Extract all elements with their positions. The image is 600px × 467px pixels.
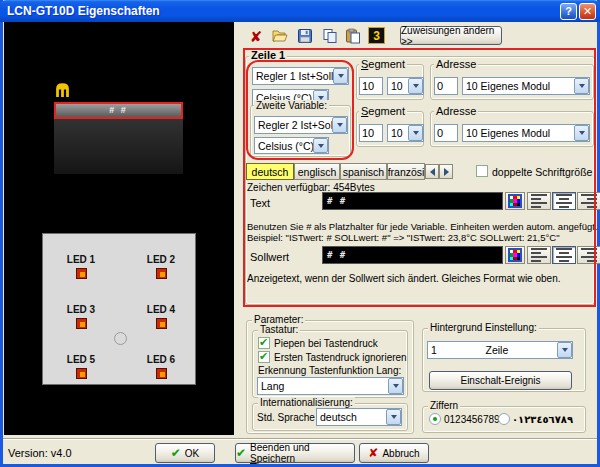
- led-2: LED 2: [131, 254, 191, 283]
- open-folder-icon[interactable]: [271, 27, 289, 45]
- chevron-down-icon[interactable]: [408, 125, 423, 141]
- segment1-select[interactable]: 10: [387, 77, 424, 95]
- sollwert-align-left-button[interactable]: [527, 246, 551, 264]
- window-title: LCN-GT10D Eigenschaften: [7, 4, 558, 18]
- double-font-label: doppelte Schriftgröße: [492, 166, 592, 178]
- ersten-tastendruck-checkbox[interactable]: [258, 351, 270, 363]
- std-sprache-select[interactable]: deutsch: [316, 408, 402, 426]
- tab-deutsch[interactable]: deutsch: [246, 163, 294, 180]
- adresse1-input[interactable]: [434, 77, 458, 95]
- internationalisierung-label: Internationalisierung:: [258, 397, 355, 408]
- tab-englisch[interactable]: englisch: [294, 163, 340, 180]
- footer-divider: [3, 438, 597, 440]
- led-3: LED 3: [51, 304, 111, 333]
- sollwert-hint: Anzeigetext, wenn der Sollwert sich ände…: [247, 273, 561, 284]
- segment2-select[interactable]: 10: [387, 124, 424, 142]
- text-align-left-button[interactable]: [527, 192, 551, 210]
- adresse2-input[interactable]: [434, 124, 458, 142]
- paste-icon[interactable]: [344, 27, 362, 45]
- ok-button[interactable]: ✔OK: [155, 443, 215, 463]
- tastatur-label: Tastatur:: [258, 324, 300, 335]
- tab-scroll-left-icon[interactable]: [425, 164, 439, 179]
- text-input[interactable]: # #: [322, 192, 503, 210]
- hintergrund-value-text: Zeile: [437, 344, 557, 356]
- tab-franzoesisch[interactable]: französi: [387, 163, 425, 180]
- sollwert-label: Sollwert: [250, 251, 289, 263]
- erkennung-select[interactable]: Lang: [257, 377, 404, 395]
- close-button[interactable]: ✕: [579, 3, 596, 20]
- ersten-tastendruck-label: Ersten Tastendruck ignorieren: [274, 352, 407, 363]
- segment1-input[interactable]: [359, 77, 383, 95]
- sollwert-color-picker-icon[interactable]: [505, 246, 525, 264]
- zweite-variable-label: Zweite Variable:: [254, 100, 329, 111]
- zeile1-label: Zeile 1: [249, 49, 287, 61]
- title-bar[interactable]: LCN-GT10D Eigenschaften ? ✕: [0, 0, 600, 22]
- abbruch-button[interactable]: ✘Abbruch: [359, 443, 429, 463]
- led-1: LED 1: [51, 254, 111, 283]
- variable2-select[interactable]: Regler 2 Ist+Sollwer: [254, 116, 348, 134]
- sollwert-align-center-button[interactable]: [552, 246, 576, 264]
- led-indicator: [156, 318, 167, 329]
- text-align-right-button[interactable]: [577, 192, 600, 210]
- delete-icon[interactable]: ✘: [247, 27, 265, 45]
- chevron-down-icon[interactable]: [313, 138, 328, 153]
- properties-dialog: LCN-GT10D Eigenschaften ? ✕ # # LED 1 LE…: [0, 0, 600, 467]
- placeholder-hint-line1: Benutzen Sie # als Platzhalter für jede …: [247, 221, 598, 232]
- ziffern-arabic-label: ٠١٢٣٤٥٦٧٨٩: [512, 414, 573, 425]
- piepen-label: Piepen bei Tastendruck: [274, 338, 378, 349]
- adresse2-label: Adresse: [434, 105, 478, 117]
- beenden-und-speichern-button[interactable]: ✔ Beenden und Speichern: [235, 443, 355, 463]
- ziffern-western-label: 0123456789: [444, 414, 500, 425]
- display-3-icon[interactable]: 3: [368, 27, 385, 44]
- chevron-down-icon[interactable]: [332, 117, 347, 133]
- led-5: LED 5: [51, 354, 111, 383]
- text-color-picker-icon[interactable]: [505, 192, 525, 210]
- hintergrund-select[interactable]: 1 Zeile: [427, 341, 573, 359]
- display-line-1[interactable]: # #: [54, 102, 183, 119]
- led-indicator: [76, 268, 87, 279]
- einschalt-ereignis-button[interactable]: Einschalt-Ereignis: [429, 371, 572, 390]
- sensor-hole: [114, 332, 127, 345]
- led-panel-preview: LED 1 LED 2 LED 3 LED 4 LED 5 LED 6: [42, 233, 196, 385]
- zuweisungen-aendern-button[interactable]: Zuweisungen ändern >>: [400, 26, 502, 45]
- tab-spanisch[interactable]: spanisch: [340, 163, 387, 180]
- lcn-logo-icon: [54, 81, 71, 98]
- chevron-down-icon[interactable]: [333, 68, 348, 84]
- ziffern-label: Ziffern: [428, 400, 460, 411]
- std-sprache-label: Std. Sprache: [257, 412, 315, 423]
- chevron-down-icon[interactable]: [574, 78, 589, 94]
- segment2-input[interactable]: [359, 124, 383, 142]
- chevron-down-icon[interactable]: [557, 342, 572, 358]
- placeholder-hint-line2: Beispiel: "ISTwert: # SOLLwert: #" => "I…: [247, 232, 560, 243]
- chevron-down-icon[interactable]: [574, 125, 589, 141]
- version-label: Version: v4.0: [8, 447, 72, 459]
- led-indicator: [76, 318, 87, 329]
- display-body: [54, 119, 183, 174]
- text-label: Text: [250, 197, 270, 209]
- led-indicator: [156, 368, 167, 379]
- sollwert-align-right-button[interactable]: [577, 246, 600, 264]
- piepen-checkbox[interactable]: [258, 337, 270, 349]
- chevron-down-icon[interactable]: [388, 378, 403, 394]
- sollwert-input[interactable]: # #: [322, 246, 503, 264]
- erkennung-label: Erkennung Tastenfunktion Lang:: [258, 365, 401, 376]
- text-align-center-button[interactable]: [552, 192, 576, 210]
- led-4: LED 4: [131, 304, 191, 333]
- ziffern-western-radio[interactable]: [429, 413, 441, 425]
- display-text: # #: [109, 105, 128, 115]
- chevron-down-icon[interactable]: [408, 78, 423, 94]
- x-icon: ✘: [368, 446, 378, 460]
- led-indicator: [76, 368, 87, 379]
- lcd-display-preview: # #: [54, 102, 183, 174]
- double-font-checkbox[interactable]: [476, 165, 488, 177]
- tab-scroll-right-icon[interactable]: [439, 164, 453, 179]
- adresse1-select[interactable]: 10 Eigenes Modul: [462, 77, 590, 95]
- adresse2-select[interactable]: 10 Eigenes Modul: [462, 124, 590, 142]
- variable1-select[interactable]: Regler 1 Ist+Sollwe: [252, 67, 349, 85]
- help-button[interactable]: ?: [560, 3, 577, 20]
- save-icon[interactable]: [296, 27, 314, 45]
- unit2-select[interactable]: Celsius (°C): [254, 137, 329, 154]
- chevron-down-icon[interactable]: [386, 409, 401, 425]
- ziffern-arabic-radio[interactable]: [498, 413, 510, 425]
- copy-icon[interactable]: [321, 27, 339, 45]
